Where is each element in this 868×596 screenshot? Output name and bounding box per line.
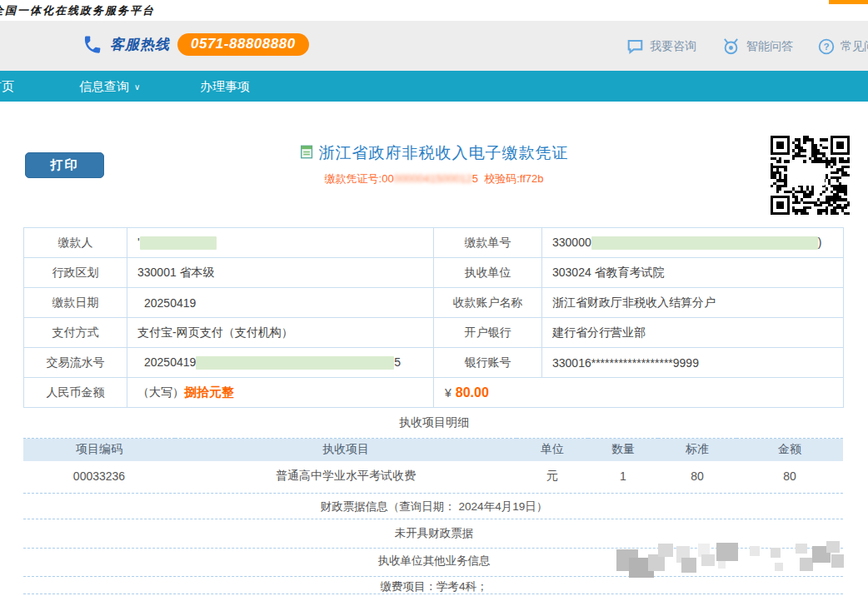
item-unit: 元	[516, 461, 588, 491]
redacted-value	[140, 236, 217, 250]
hotline-number-badge: 0571-88808880	[177, 33, 309, 56]
voucher-no-prefix: 00	[382, 172, 393, 185]
region-value: 330001 省本级	[127, 258, 434, 288]
page-title-row: 浙江省政府非税收入电子缴款凭证	[0, 142, 868, 164]
collect-unit-value: 303024 省教育考试院	[542, 258, 844, 288]
bill-no-prefix: 330000	[552, 236, 591, 249]
check-code-value: ff72b	[520, 172, 544, 185]
bank-name-value: 建行省分行营业部	[542, 318, 844, 348]
collect-unit-label: 执收单位	[434, 258, 542, 288]
col-amount: 金额	[736, 439, 843, 461]
detail-items-table: 项目编码 执收项目 单位 数量 标准 金额 00033236 普通高中学业水平考…	[23, 438, 843, 491]
smart-qa-label: 智能问答	[746, 39, 793, 54]
table-row: 行政区划 330001 省本级 执收单位 303024 省教育考试院	[24, 258, 844, 288]
header-bar: 客服热线 0571-88808880 我要咨询 智能问答	[0, 21, 868, 71]
txn-no-value: 202504195	[127, 348, 434, 378]
payer-label: 缴款人	[24, 228, 127, 258]
amount-in-words: （大写）捌拾元整	[127, 378, 434, 408]
detail-data-row: 00033236 普通高中学业水平考试收费 元 1 80 80	[23, 461, 843, 491]
hotline-label: 客服热线	[110, 35, 170, 54]
amount-numeric: ¥80.00	[434, 378, 844, 408]
nav-info-label: 信息查询	[79, 79, 129, 93]
nav-home-label: 首页	[0, 79, 14, 93]
detail-section-title: 执收项目明细	[0, 415, 868, 430]
col-item-code: 项目编码	[23, 439, 175, 461]
platform-banner: 全国一体化在线政务服务平台	[0, 0, 868, 21]
receipt-icon	[300, 145, 314, 159]
faq-label: 常见问题	[841, 39, 868, 54]
corner-strip	[829, 0, 868, 4]
nav-deal-label: 办理事项	[200, 79, 250, 93]
consult-link[interactable]: 我要咨询	[626, 37, 696, 55]
col-standard: 标准	[658, 439, 736, 461]
page: 全国一体化在线政务服务平台 客服热线 0571-88808880 我要咨询	[0, 0, 868, 596]
payment-info-table: 缴款人 ' 缴款单号 330000) 行政区划 330001 省本级 执收单位 …	[23, 227, 844, 408]
item-name: 普通高中学业水平考试收费	[175, 461, 516, 491]
platform-name: 全国一体化在线政务服务平台	[0, 3, 155, 18]
payer-value: '	[127, 228, 434, 258]
redacted-value	[196, 356, 394, 370]
amount-words: 捌拾元整	[184, 385, 234, 399]
redaction-mosaic	[606, 544, 844, 581]
item-standard: 80	[658, 461, 736, 491]
question-circle-icon: ?	[818, 38, 835, 55]
amount-words-prefix: （大写）	[137, 385, 184, 399]
qr-code	[771, 136, 850, 215]
voucher-number-line: 缴款凭证号:0000000415000125 校验码:ff72b	[0, 171, 868, 186]
smart-qa-link[interactable]: 智能问答	[721, 37, 793, 55]
voucher-no-redacted: 0000041500012	[394, 172, 472, 185]
detail-header-row: 项目编码 执收项目 单位 数量 标准 金额	[23, 439, 843, 461]
bank-account-label: 银行账号	[434, 348, 542, 378]
pay-method-value: 支付宝-网页支付（支付机构）	[127, 318, 434, 348]
faq-link[interactable]: ? 常见问题	[818, 37, 868, 55]
divider	[23, 594, 843, 594]
col-item-name: 执收项目	[175, 439, 516, 461]
pay-date-label: 缴款日期	[24, 288, 127, 318]
no-bill-issued: 未开具财政票据	[0, 526, 868, 541]
txn-no-label: 交易流水号	[24, 348, 127, 378]
voucher-no-suffix: 5	[472, 172, 478, 185]
redacted-value	[591, 236, 818, 250]
bill-no-label: 缴款单号	[434, 228, 542, 258]
hotline-group: 客服热线 0571-88808880	[80, 33, 309, 56]
amount-value: 80.00	[456, 385, 489, 400]
bill-no-value: 330000)	[542, 228, 844, 258]
svg-text:?: ?	[823, 41, 829, 52]
nav-item-home[interactable]: 首页	[0, 71, 14, 102]
bank-account-value: 330016******************9999	[542, 348, 844, 378]
item-code: 00033236	[23, 461, 175, 491]
fiscal-bill-info: 财政票据信息（查询日期： 2024年4月19日）	[0, 499, 868, 514]
col-unit: 单位	[516, 439, 588, 461]
txn-no-suffix: 5	[394, 355, 401, 369]
chevron-down-icon: ∨	[134, 82, 140, 92]
nav-item-handle-matters[interactable]: 办理事项	[200, 71, 250, 102]
bank-name-label: 开户银行	[434, 318, 542, 348]
amount-label: 人民币金额	[24, 378, 127, 408]
pay-date-value: 20250419	[127, 288, 434, 318]
check-code-label: 校验码:	[484, 172, 520, 185]
txn-no-prefix: 20250419	[144, 355, 196, 369]
chat-bubble-icon	[626, 38, 644, 54]
divider	[23, 493, 843, 494]
table-row: 支付方式 支付宝-网页支付（支付机构） 开户银行 建行省分行营业部	[24, 318, 844, 348]
payment-item-note: 缴费项目：学考4科；	[0, 579, 868, 594]
table-row: 缴款人 ' 缴款单号 330000)	[24, 228, 844, 258]
table-row: 交易流水号 202504195 银行账号 330016*************…	[24, 348, 844, 378]
robot-icon	[721, 37, 741, 55]
table-row: 人民币金额 （大写）捌拾元整 ¥80.00	[24, 378, 844, 408]
col-quantity: 数量	[588, 439, 658, 461]
consult-label: 我要咨询	[650, 39, 696, 54]
phone-icon	[80, 33, 102, 56]
voucher-no-label: 缴款凭证号:	[325, 172, 382, 185]
nav-item-info-query[interactable]: 信息查询∨	[79, 71, 140, 102]
recv-account-label: 收款账户名称	[434, 288, 542, 318]
table-row: 缴款日期 20250419 收款账户名称 浙江省财政厅非税收入结算分户	[24, 288, 844, 318]
main-navbar: 首页 信息查询∨ 办理事项	[0, 71, 868, 102]
recv-account-value: 浙江省财政厅非税收入结算分户	[542, 288, 844, 318]
divider	[23, 519, 843, 519]
qr-redaction	[787, 163, 824, 186]
bill-no-suffix: )	[818, 236, 822, 249]
region-label: 行政区划	[24, 258, 127, 288]
item-amount: 80	[736, 461, 843, 491]
item-quantity: 1	[588, 461, 658, 491]
